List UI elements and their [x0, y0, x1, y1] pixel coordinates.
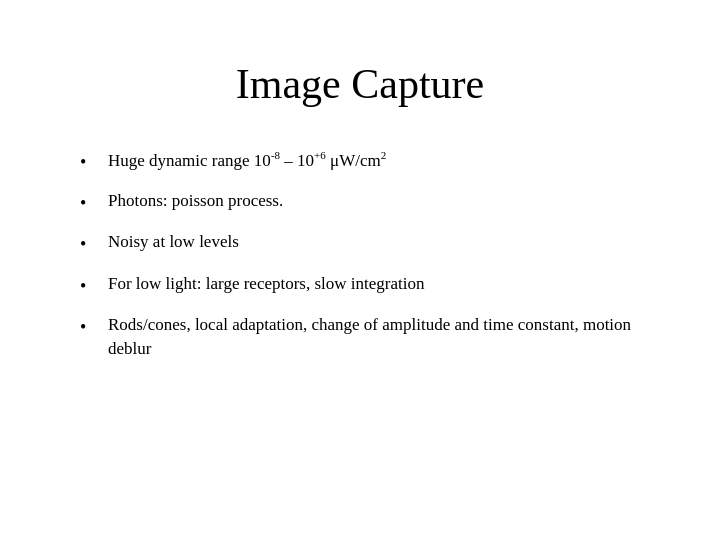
bullet-dot: • — [80, 191, 98, 216]
slide: Image Capture • Huge dynamic range 10-8 … — [0, 0, 720, 540]
bullet-text-1: Huge dynamic range 10-8 – 10+6 μW/cm2 — [108, 148, 660, 172]
bullet-text-4: For low light: large receptors, slow int… — [108, 272, 660, 296]
list-item: • For low light: large receptors, slow i… — [80, 272, 660, 299]
list-item: • Noisy at low levels — [80, 230, 660, 257]
bullet-dot: • — [80, 150, 98, 175]
list-item: • Photons: poisson process. — [80, 189, 660, 216]
bullet-text-3: Noisy at low levels — [108, 230, 660, 254]
bullet-dot: • — [80, 274, 98, 299]
bullet-dot: • — [80, 315, 98, 340]
list-item: • Huge dynamic range 10-8 – 10+6 μW/cm2 — [80, 148, 660, 175]
slide-title: Image Capture — [60, 60, 660, 108]
bullet-text-5: Rods/cones, local adaptation, change of … — [108, 313, 660, 361]
bullet-list: • Huge dynamic range 10-8 – 10+6 μW/cm2 … — [80, 148, 660, 374]
bullet-text-2: Photons: poisson process. — [108, 189, 660, 213]
bullet-dot: • — [80, 232, 98, 257]
list-item: • Rods/cones, local adaptation, change o… — [80, 313, 660, 361]
